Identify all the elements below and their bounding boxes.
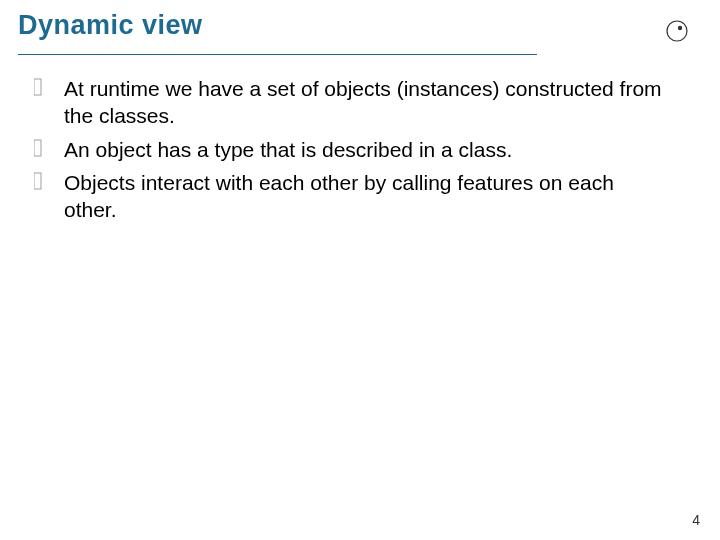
eiffel-logo-icon [664, 18, 690, 48]
bullet-icon [34, 77, 44, 97]
slide-body: At runtime we have a set of objects (ins… [18, 73, 692, 223]
list-item: Objects interact with each other by call… [34, 169, 662, 224]
bullet-icon [34, 171, 44, 191]
svg-rect-4 [34, 173, 41, 189]
bullet-text: An object has a type that is described i… [64, 136, 512, 163]
list-item: At runtime we have a set of objects (ins… [34, 75, 662, 130]
page-number: 4 [692, 512, 700, 528]
bullet-text: At runtime we have a set of objects (ins… [64, 75, 662, 130]
bullet-text: Objects interact with each other by call… [64, 169, 662, 224]
bullet-icon [34, 138, 44, 158]
svg-point-1 [678, 26, 682, 30]
slide-container: Dynamic view At runtime we have a set of… [0, 0, 720, 540]
list-item: An object has a type that is described i… [34, 136, 662, 163]
slide-header: Dynamic view [18, 10, 692, 54]
svg-rect-3 [34, 140, 41, 156]
slide-title: Dynamic view [18, 10, 203, 41]
svg-rect-2 [34, 79, 41, 95]
title-divider [18, 54, 537, 55]
svg-point-0 [667, 21, 687, 41]
